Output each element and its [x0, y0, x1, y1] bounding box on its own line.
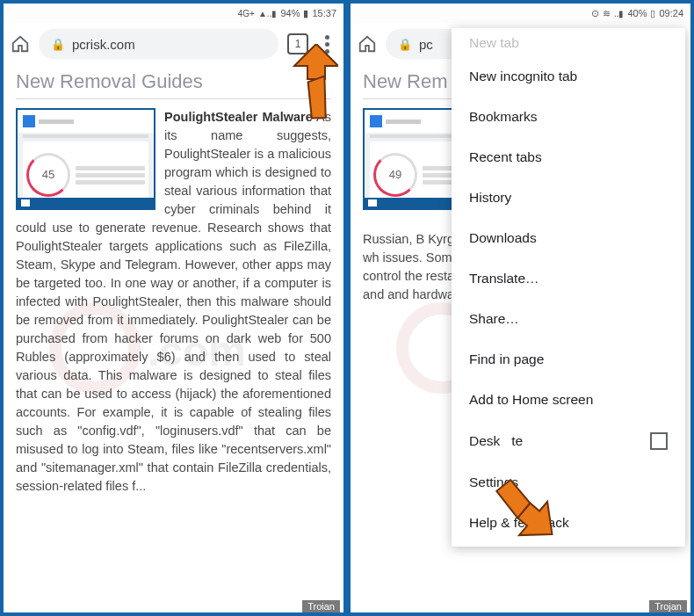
url-bar[interactable]: 🔒 pcrisk.com [39, 29, 278, 59]
menu-label: Desktote [469, 433, 523, 449]
desktop-site-checkbox[interactable] [650, 432, 668, 450]
battery-pct: 40% [627, 8, 647, 18]
alarm-icon: ⊙ [591, 8, 599, 19]
network-icon: 4G+ [238, 9, 255, 18]
article-title[interactable]: PoulightStealer Malware [164, 110, 313, 124]
menu-button[interactable] [317, 35, 336, 54]
battery-icon: ▯ [650, 8, 655, 19]
browser-toolbar: 🔒 pcrisk.com 1 [4, 23, 343, 65]
tab-count: 1 [295, 38, 301, 50]
menu-item-downloads[interactable]: Downloads [452, 218, 685, 258]
left-screenshot: 4G+ ▲..▮ 94% ▮ 15:37 🔒 pcrisk.com 1 .com… [4, 4, 343, 612]
menu-item-share[interactable]: Share… [452, 299, 685, 339]
menu-item-add-home[interactable]: Add to Home screen [452, 380, 685, 420]
category-tag: Trojan [649, 600, 687, 612]
menu-item-help[interactable]: Help & feedback [452, 503, 685, 543]
lock-icon: 🔒 [398, 38, 412, 51]
category-tag: Troian [302, 600, 340, 612]
home-icon[interactable] [11, 34, 30, 54]
menu-item-translate[interactable]: Translate… [452, 258, 685, 299]
page-content: .com New Removal Guides 45 PoulightSteal… [4, 65, 343, 612]
clock: 15:37 [312, 8, 336, 18]
gauge-icon: 49 [373, 153, 417, 197]
menu-item-settings[interactable]: Settings [452, 462, 685, 503]
tabs-button[interactable]: 1 [287, 33, 308, 54]
menu-item-new-tab[interactable]: New tab [452, 32, 685, 56]
menu-item-desktop-site[interactable]: Desktote [452, 420, 685, 462]
home-icon[interactable] [358, 34, 377, 54]
article: 45 PoulightStealer Malware As its name s… [16, 108, 331, 496]
signal-icon: ▲..▮ [258, 9, 277, 18]
url-text: pc [419, 37, 433, 52]
right-screenshot: ⊙ ≋ ..▮ 40% ▯ 09:24 🔒 pc .com New Rem 49 [351, 4, 690, 612]
wifi-icon: ≋ [603, 8, 611, 19]
status-bar: 4G+ ▲..▮ 94% ▮ 15:37 [4, 4, 343, 23]
chrome-menu: New tab New incognito tab Bookmarks Rece… [452, 28, 685, 547]
battery-icon: ▮ [303, 8, 308, 19]
signal-icon: ..▮ [614, 9, 625, 18]
battery-pct: 94% [280, 8, 300, 18]
menu-item-find[interactable]: Find in page [452, 339, 685, 380]
lock-icon: 🔒 [51, 38, 65, 51]
menu-item-bookmarks[interactable]: Bookmarks [452, 97, 685, 137]
section-title: New Removal Guides [16, 70, 331, 99]
menu-item-recent-tabs[interactable]: Recent tabs [452, 137, 685, 178]
url-text: pcrisk.com [72, 37, 135, 52]
menu-item-incognito[interactable]: New incognito tab [452, 56, 685, 97]
status-bar: ⊙ ≋ ..▮ 40% ▯ 09:24 [351, 4, 690, 23]
clock: 09:24 [659, 8, 683, 18]
gauge-icon: 45 [26, 153, 70, 197]
article-thumbnail[interactable]: 45 [16, 108, 155, 210]
menu-item-history[interactable]: History [452, 178, 685, 218]
